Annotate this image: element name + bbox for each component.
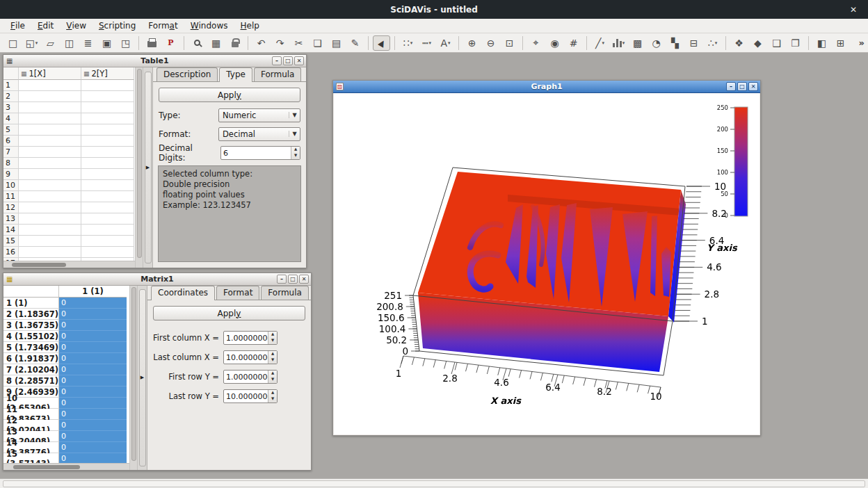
matrix-row-header[interactable]: 4 (1.55102) xyxy=(3,331,59,342)
app-close-icon[interactable]: ✕ xyxy=(847,3,860,16)
table-cell[interactable] xyxy=(81,213,134,225)
zoom-out-icon[interactable]: ⊖ xyxy=(482,35,499,51)
new-note-window-icon[interactable]: ❑ xyxy=(768,35,785,51)
matrix-cell-selected[interactable]: 0 xyxy=(59,309,127,320)
zoom-in-icon[interactable]: ⊕ xyxy=(463,35,481,51)
project-explorer-icon[interactable] xyxy=(188,35,206,51)
table-cell[interactable] xyxy=(81,113,134,124)
matrix-cell-selected[interactable]: 0 xyxy=(59,431,127,442)
table-cell[interactable] xyxy=(19,91,81,102)
table1-hscrollbar[interactable] xyxy=(3,261,135,268)
matrix-cell-selected[interactable]: 0 xyxy=(59,375,127,387)
redo-icon[interactable]: ↷ xyxy=(271,35,289,51)
matrix-cell-selected[interactable]: 0 xyxy=(59,320,127,331)
maximize-button[interactable]: □ xyxy=(288,275,298,284)
matrix-cell-selected[interactable]: 0 xyxy=(59,453,127,463)
maximize-button[interactable]: □ xyxy=(283,56,293,65)
decimal-digits-spinbox[interactable]: 6 ▲▼ xyxy=(220,146,300,160)
close-button[interactable]: ✕ xyxy=(294,56,304,65)
matrix-row-header[interactable]: 3 (1.36735) xyxy=(3,320,59,331)
spin-buttons[interactable]: ▲▼ xyxy=(268,332,277,344)
app-titlebar[interactable]: SciDAVis - untitled ✕ xyxy=(0,0,868,19)
duplicate-window-icon[interactable]: ◧ xyxy=(813,35,830,51)
matrix1-titlebar[interactable]: ▦ Matrix1 –□✕ xyxy=(3,273,311,286)
table-cell[interactable] xyxy=(81,136,134,147)
matrix-cell-selected[interactable]: 0 xyxy=(59,342,127,353)
plot-bars-icon[interactable]: ▾ xyxy=(610,35,627,51)
column-header-2[interactable]: ▦2[Y] xyxy=(81,67,134,80)
table-cell[interactable] xyxy=(81,91,134,102)
spin-buttons[interactable]: ▲▼ xyxy=(268,351,277,364)
menu-help[interactable]: Help xyxy=(234,19,266,33)
table-cell[interactable] xyxy=(19,147,81,158)
open-template-icon[interactable]: ◫ xyxy=(61,35,78,51)
toolbar-overflow-icon[interactable]: » xyxy=(859,38,865,48)
table-cell[interactable] xyxy=(81,158,134,169)
draw-line-icon[interactable]: ╱▾ xyxy=(591,35,609,51)
table-cell[interactable] xyxy=(19,213,81,225)
lock-toolbars-icon[interactable] xyxy=(226,35,243,51)
table-cell[interactable] xyxy=(19,124,81,136)
column-header-1[interactable]: ▦1[X] xyxy=(19,67,81,80)
matrix-row-header[interactable]: 5 (1.73469) xyxy=(3,342,59,353)
add-text-icon[interactable]: A▾ xyxy=(437,35,454,51)
table-cell[interactable] xyxy=(19,191,81,202)
format-combobox[interactable]: Decimal ▼ xyxy=(218,127,300,141)
spin-buttons[interactable]: ▲▼ xyxy=(268,390,277,402)
table-cell[interactable] xyxy=(19,236,81,247)
matrix1-apply-button[interactable]: Apply xyxy=(153,306,305,320)
rescale-to-page-icon[interactable]: ⊡ xyxy=(501,35,518,51)
table-cell[interactable] xyxy=(19,113,81,124)
table-cell[interactable] xyxy=(81,180,134,191)
new-table-window-icon[interactable]: ❖ xyxy=(730,35,748,51)
table-cell[interactable] xyxy=(19,102,81,113)
row-header[interactable]: 10 xyxy=(3,180,19,191)
table-cell[interactable] xyxy=(81,191,134,202)
table-cell[interactable] xyxy=(19,80,81,91)
table1-apply-button[interactable]: Apply xyxy=(159,88,300,102)
table1-tab-type[interactable]: Type xyxy=(219,67,252,82)
matrix-cell-selected[interactable]: 0 xyxy=(59,331,127,342)
row-header[interactable]: 15 xyxy=(3,236,19,247)
open-project-icon[interactable]: ▱ xyxy=(42,35,59,51)
menu-file[interactable]: File xyxy=(4,19,31,33)
table-cell[interactable] xyxy=(81,236,134,247)
matrix-cell-selected[interactable]: 0 xyxy=(59,398,127,409)
matrix-row-header[interactable]: 8 (2.28571) xyxy=(3,375,59,387)
table-cell[interactable] xyxy=(81,202,134,213)
zoom-curve-icon[interactable]: ∷▾ xyxy=(399,35,417,51)
row-header[interactable]: 16 xyxy=(3,247,19,258)
coordinate-spinbox[interactable]: 10.0000000▲▼ xyxy=(223,389,278,403)
add-column-icon[interactable]: ⊞ xyxy=(832,35,849,51)
row-header[interactable]: 11 xyxy=(3,191,19,202)
menu-edit[interactable]: Edit xyxy=(31,19,60,33)
new-graph-window-icon[interactable]: ❐ xyxy=(787,35,804,51)
spin-buttons[interactable]: ▲▼ xyxy=(268,371,277,383)
data-range-icon[interactable]: ┉▾ xyxy=(418,35,435,51)
select-range-icon[interactable]: # xyxy=(565,35,582,51)
matrix1-tab-coordinates[interactable]: Coordinates xyxy=(151,286,215,300)
row-header[interactable]: 6 xyxy=(3,136,19,147)
coordinate-spinbox[interactable]: 1.00000000▲▼ xyxy=(223,370,278,384)
matrix-row-header[interactable]: 2 (1.18367) xyxy=(3,309,59,320)
matrix-row-header[interactable]: 6 (1.91837) xyxy=(3,353,59,364)
pointer-icon[interactable]: ▶ xyxy=(373,35,390,51)
select-point-icon[interactable]: ◉ xyxy=(546,35,563,51)
row-header[interactable]: 12 xyxy=(3,202,19,213)
matrix-row-header[interactable]: 1 (1) xyxy=(3,298,59,309)
results-log-icon[interactable]: ▦ xyxy=(207,35,225,51)
new-project-icon[interactable]: □ xyxy=(4,35,22,51)
minimize-button[interactable]: – xyxy=(726,82,736,91)
table-cell[interactable] xyxy=(81,147,134,158)
plot-3d-bars-icon[interactable]: ▚ xyxy=(666,35,684,51)
table-cell[interactable] xyxy=(19,247,81,258)
table1-titlebar[interactable]: ▦ Table1 –□✕ xyxy=(3,55,306,67)
matrix-cell-selected[interactable]: 0 xyxy=(59,387,127,398)
menu-scripting[interactable]: Scripting xyxy=(93,19,142,33)
table-cell[interactable] xyxy=(81,225,134,236)
matrix1-tab-formula[interactable]: Formula xyxy=(261,286,309,300)
matrix1-vscrollbar[interactable] xyxy=(130,286,138,470)
coordinate-spinbox[interactable]: 1.00000000▲▼ xyxy=(223,331,278,345)
row-header[interactable]: 13 xyxy=(3,213,19,225)
table1-panel-divider[interactable]: ▶ xyxy=(143,67,153,268)
